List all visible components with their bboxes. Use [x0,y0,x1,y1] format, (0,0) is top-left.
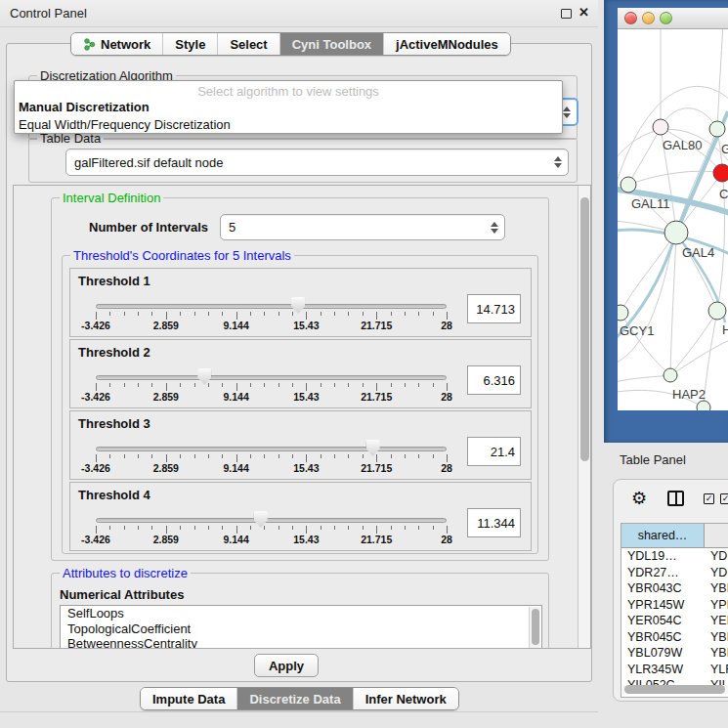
table-row[interactable]: YER054CYER0 [621,613,728,629]
network-node[interactable] [621,177,636,193]
table-panel-title: Table Panel [620,452,686,467]
float-icon[interactable] [561,9,572,19]
network-node[interactable] [697,401,710,410]
slider-tick-labels: -3.4262.8599.14415.4321.71528 [96,391,447,405]
checkbox-icon[interactable] [720,493,728,504]
tick-label: 15.43 [293,391,319,403]
tick-label: 28 [441,320,452,331]
zoom-traffic-light-icon[interactable] [660,12,672,24]
tick-label: 21.715 [361,320,392,331]
number-of-intervals-label: Number of Intervals [89,220,208,235]
number-of-intervals-combobox[interactable]: 5 [220,214,505,240]
threshold-value-input[interactable] [467,437,521,466]
network-edge [717,29,723,129]
threshold-value-input[interactable] [467,508,521,537]
algorithm-hint: Select algorithm to view settings [15,81,562,99]
threshold-value-input[interactable] [467,294,521,323]
attribute-item[interactable]: BetweennessCentrality [61,636,541,649]
column-header[interactable]: shared… [621,524,705,547]
close-icon[interactable] [578,5,592,21]
vertical-scrollbar[interactable] [578,186,591,648]
thresholds-group: Threshold's Coordinates for 5 Intervals … [62,255,538,554]
network-node[interactable] [709,121,725,137]
table-data-value: galFiltered.sif default node [74,155,223,170]
table-row[interactable]: YLR345WYLR3 [621,662,728,678]
bottom-tab-strip: Impute DataDiscretize DataInfer Network [140,687,459,710]
network-node[interactable] [708,302,726,320]
node-attribute-table[interactable]: shared…na YDL19…YDL1YDR27…YDR2YBR043CYBR… [621,523,728,698]
attribute-item[interactable]: TopologicalCoefficient [61,621,541,637]
tick-label: 21.715 [361,534,392,545]
threshold-value-input[interactable] [467,365,521,395]
tick-label: -3.426 [81,320,110,331]
numerical-attributes-list[interactable]: SelfLoopsTopologicalCoefficientBetweenne… [60,605,542,649]
threshold-label: Threshold 3 [78,416,150,431]
tick-label: -3.426 [81,462,110,474]
interval-definition-group: Interval Definition Number of Intervals … [51,197,549,561]
attributes-group: Attributes to discretize Numerical Attri… [51,573,549,649]
tab-impute-data[interactable]: Impute Data [141,688,237,709]
algorithm-option[interactable]: Manual Discretization [15,99,562,116]
table-cell: YBR0 [705,629,728,646]
tab-label: Select [230,37,267,52]
tab-discretize-data[interactable]: Discretize Data [237,688,353,709]
tab-select[interactable]: Select [218,33,279,55]
slider-track[interactable] [96,518,447,523]
slider-track[interactable] [96,447,447,451]
network-icon [83,37,96,51]
table-cell: YDR2 [705,565,728,581]
network-edge [621,233,676,313]
table-row[interactable]: YBR045CYBR0 [621,629,728,646]
network-edge [670,340,728,375]
network-edge [628,171,722,185]
tick-label: -3.426 [81,534,110,545]
tick-label: 9.144 [223,391,248,403]
tick-label: 9.144 [223,534,248,545]
table-cell: YBL0 [705,645,728,662]
column-header[interactable]: na [705,524,728,547]
threshold-panel: Threshold 2 -3.4262.8599.14415.4321.7152… [69,339,532,408]
attribute-item[interactable]: SelfLoops [61,606,541,621]
attributes-group-label: Attributes to discretize [60,566,191,580]
scrollbar-thumb[interactable] [580,197,589,461]
scrollbar-thumb[interactable] [624,685,725,694]
table-row[interactable]: YPR145WYPR1 [621,597,728,614]
table-data-combobox[interactable]: galFiltered.sif default node [65,149,569,176]
node-label: GA [721,142,728,156]
network-node[interactable] [664,368,677,382]
tab-infer-network[interactable]: Infer Network [354,688,458,709]
network-node[interactable] [713,164,728,182]
horizontal-scrollbar[interactable] [622,685,728,694]
network-node[interactable] [664,221,688,244]
algorithm-option[interactable]: Equal Width/Frequency Discretization [15,116,562,134]
slider-track[interactable] [96,375,447,380]
network-node[interactable] [653,119,668,135]
close-traffic-light-icon[interactable] [624,12,637,24]
table-row[interactable]: YDR27…YDR2 [621,565,728,581]
tab-jactivemnodules[interactable]: jActiveMNodules [384,33,510,55]
table-panel-titlebar: Table Panel [592,443,728,478]
tick-label: 2.859 [153,391,179,403]
tab-label: jActiveMNodules [396,37,498,52]
apply-button[interactable]: Apply [254,654,319,677]
tick-label: 2.859 [153,462,179,474]
tab-network[interactable]: Network [71,33,163,55]
table-row[interactable]: YBL079WYBL0 [621,645,728,662]
split-columns-icon[interactable] [667,491,684,506]
table-cell: YLR3 [705,662,728,678]
checkbox-icon[interactable] [704,493,714,504]
list-scrollbar[interactable] [529,607,540,648]
network-canvas[interactable]: GAL80GACGAL11GAL4GCY1HHAP2 [618,29,728,410]
network-edge [621,313,670,375]
minimize-traffic-light-icon[interactable] [642,12,655,24]
thresholds-group-label: Threshold's Coordinates for 5 Intervals [70,248,294,263]
network-node[interactable] [618,305,628,321]
slider-track[interactable] [96,304,447,309]
table-row[interactable]: YDL19…YDL1 [621,548,728,565]
slider-tick-labels: -3.4262.8599.14415.4321.71528 [96,462,447,476]
tab-cyni-toolbox[interactable]: Cyni Toolbox [280,33,384,55]
slider-tick-labels: -3.4262.8599.14415.4321.71528 [96,534,447,547]
tab-style[interactable]: Style [163,33,218,55]
table-row[interactable]: YBR043CYBR0 [621,580,728,597]
gear-icon[interactable]: ⚙ [631,488,647,509]
